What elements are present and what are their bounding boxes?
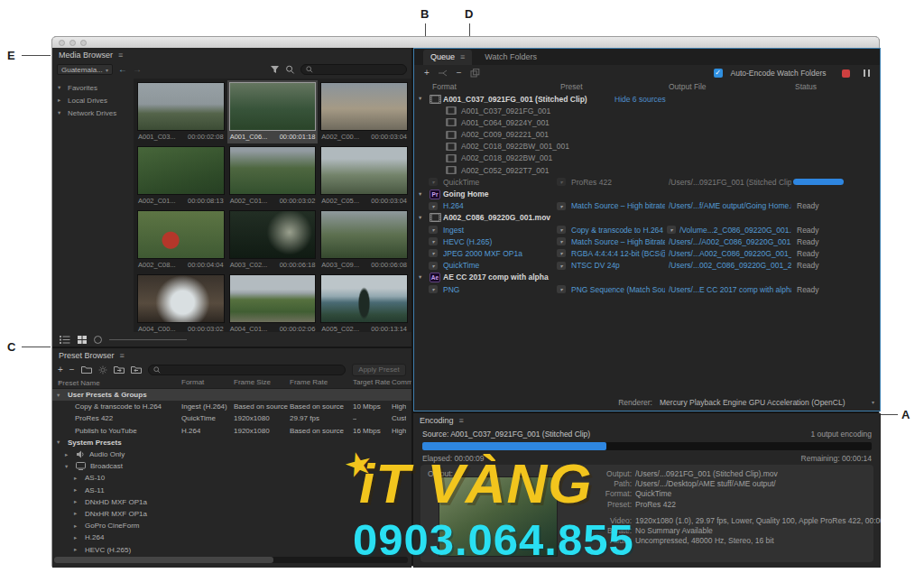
output-preset[interactable]: RGBA 4:4:4:4 12-bit (BCS@L5) (571, 249, 665, 258)
clip-cell[interactable]: A004_C00...00:00:03:02 (135, 273, 226, 336)
clip-cell[interactable]: A003_C09...00:00:06:08 (319, 208, 410, 272)
output-file[interactable]: /Users/...A002_C086_09220G_001_1.mxf (669, 249, 791, 258)
preset-dropdown[interactable]: ▾ (557, 249, 566, 257)
add-output-icon[interactable] (438, 69, 448, 78)
output-file[interactable]: /Users/.../A002_C086_09220G_001.mp4 (669, 237, 791, 246)
preset-dropdown[interactable]: ▾ (557, 178, 566, 186)
duplicate-icon[interactable] (470, 69, 480, 78)
export-preset-icon[interactable] (131, 365, 142, 374)
clip-cell[interactable]: A002_C08...00:00:04:04 (135, 208, 226, 272)
add-source-icon[interactable]: + (424, 69, 430, 78)
preset-tree-item[interactable]: ▸ H.264 (52, 531, 411, 543)
queue-source-row[interactable]: A002_C018_0922BW_001_001 (414, 141, 880, 152)
output-preset[interactable]: Match Source – High Bitrate (571, 237, 665, 246)
panel-menu-icon[interactable]: ≡ (118, 51, 123, 60)
preset-row[interactable]: Publish to YouTube H.264 1920x1080 Based… (52, 425, 411, 437)
remove-preset-icon[interactable]: − (69, 365, 75, 374)
queue-output-row[interactable]: ▾ QuickTime ▾ NTSC DV 24p /Users/...002_… (414, 260, 880, 272)
preset-row[interactable]: Copy & transcode to H.264 Ingest (H.264)… (52, 401, 411, 412)
output-preset[interactable]: Copy & transcode to H.264 (571, 226, 665, 235)
queue-output-row[interactable]: ▾ HEVC (H.265) ▾ Match Source – High Bit… (414, 236, 880, 247)
preset-group-user[interactable]: ▾ User Presets & Groups (52, 389, 411, 401)
output-file[interactable]: /Users/...f/AME output/Going Home.mp4 (669, 201, 791, 210)
zoom-slider-track[interactable] (109, 339, 187, 340)
chevron-down-icon[interactable]: ▾ (419, 214, 421, 221)
preset-group-system[interactable]: ▾ System Presets (52, 437, 411, 448)
filter-icon[interactable] (270, 65, 280, 74)
format-dropdown[interactable]: ▾ (429, 237, 438, 245)
tree-item-network-drives[interactable]: ▾ Network Drives (52, 106, 134, 119)
clip-cell-selected[interactable]: A001_C06...00:00:01:18 (227, 80, 319, 143)
queue-source-row[interactable]: A002_C018_0922BW_001 (414, 152, 880, 164)
tree-item-favorites[interactable]: ▾ Favorites (52, 81, 134, 94)
output-preset[interactable]: PNG Sequence (Match Source) (571, 285, 665, 294)
queue-group-row[interactable]: ▾ Pr Going Home (414, 189, 880, 200)
preset-dropdown[interactable]: ▾ (557, 262, 566, 270)
format-dropdown[interactable]: ▾ (429, 202, 438, 210)
output-format[interactable]: PNG (443, 285, 553, 294)
clip-cell[interactable]: A001_C03...00:00:02:08 (135, 80, 226, 143)
chevron-down-icon[interactable]: ▾ (419, 273, 421, 281)
import-preset-icon[interactable] (114, 365, 125, 374)
scrollbar-thumb[interactable] (54, 557, 273, 563)
thumbnail-view-icon[interactable] (78, 336, 87, 344)
output-format[interactable]: HEVC (H.265) (443, 237, 553, 246)
preset-tree-item[interactable]: ▸ AS-11 (52, 485, 411, 496)
remove-item-icon[interactable]: − (457, 69, 462, 78)
auto-encode-checkbox[interactable]: ✓ (714, 69, 723, 78)
window-close-button[interactable] (59, 40, 65, 46)
preset-tree-item[interactable]: ▸ HEVC (H.265) (52, 543, 411, 555)
clip-cell[interactable]: A004_C01...00:00:02:06 (227, 273, 319, 336)
zoom-slider-knob[interactable] (94, 336, 102, 344)
add-preset-icon[interactable]: + (58, 365, 63, 374)
format-dropdown[interactable]: ▾ (429, 178, 438, 186)
output-preset[interactable]: ProRes 422 (571, 178, 665, 187)
forward-arrow-icon[interactable]: → (133, 65, 142, 74)
preset-tree-item[interactable]: ▸ DNxHR MXF OP1a (52, 508, 411, 520)
hide-sources-link[interactable]: Hide 6 sources (614, 95, 666, 104)
output-preset[interactable]: NTSC DV 24p (571, 261, 665, 270)
preset-search-input[interactable] (148, 365, 346, 375)
window-zoom-button[interactable] (80, 40, 87, 46)
tab-watch-folders[interactable]: Watch Folders (477, 50, 544, 65)
preset-dropdown[interactable]: ▾ (557, 202, 566, 210)
chevron-down-icon[interactable]: ▾ (419, 190, 421, 198)
back-arrow-icon[interactable]: ← (118, 65, 127, 74)
clip-cell[interactable]: A002_C01...00:00:03:02 (227, 144, 319, 208)
queue-output-row[interactable]: ▾ H.264 ▾ Match Source – High bitrate /U… (414, 200, 880, 212)
output-format[interactable]: H.264 (443, 201, 553, 210)
clip-cell[interactable]: A005_C02...00:00:13:14 (319, 273, 410, 336)
panel-menu-icon[interactable]: ≡ (120, 351, 125, 360)
media-search-input[interactable] (300, 64, 407, 75)
file-dropdown[interactable]: ▾ (667, 226, 676, 234)
queue-output-row-encoding[interactable]: ▾ QuickTime ▾ ProRes 422 /Users/...0921F… (414, 176, 880, 188)
clip-cell[interactable]: A002_C01...00:00:08:13 (135, 144, 226, 208)
output-file[interactable]: /Volume...2_C086_09220G_001.mov (679, 226, 791, 235)
preset-tree-broadcast[interactable]: ▾ Broadcast (52, 460, 411, 472)
queue-group-row[interactable]: ▾ A001_C037_0921FG_001 (Stitched Clip) H… (414, 93, 880, 105)
output-preset[interactable]: Match Source – High bitrate (571, 201, 665, 210)
queue-source-row[interactable]: A001_C064_09224Y_001 (414, 116, 880, 128)
horizontal-scrollbar[interactable] (54, 557, 408, 563)
output-format[interactable]: QuickTime (443, 261, 553, 270)
format-dropdown[interactable]: ▾ (429, 285, 438, 293)
clip-cell[interactable]: A003_C02...00:00:06:18 (227, 208, 319, 272)
preset-dropdown[interactable]: ▾ (557, 285, 566, 293)
output-format[interactable]: QuickTime (443, 178, 553, 187)
preset-tree-item[interactable]: ▸ GoPro CineForm (52, 520, 411, 531)
preset-tree-audio-only[interactable]: ▸ Audio Only (52, 448, 411, 460)
queue-output-row[interactable]: ▾ PNG ▾ PNG Sequence (Match Source) /Use… (414, 283, 880, 295)
tree-item-local-drives[interactable]: ▸ Local Drives (52, 94, 134, 106)
tab-queue[interactable]: Queue ≡ (423, 50, 472, 65)
media-source-dropdown[interactable]: Guatemala... ▾ (57, 64, 113, 75)
queue-group-row[interactable]: ▾ Ae AE CC 2017 comp with alpha (414, 272, 880, 283)
queue-output-row[interactable]: ▾ Ingest ▾ Copy & transcode to H.264 ▾ /… (414, 224, 880, 236)
preset-dropdown[interactable]: ▾ (557, 237, 566, 245)
queue-group-row[interactable]: ▾ A002_C086_09220G_001.mov (414, 212, 880, 224)
output-format[interactable]: Ingest (443, 226, 553, 235)
new-group-icon[interactable] (81, 365, 92, 374)
stop-queue-button[interactable] (842, 69, 850, 78)
output-file[interactable]: /Users/...E CC 2017 comp with alpha.png (669, 285, 791, 294)
preset-row[interactable]: ProRes 422 QuickTime 1920x1080 29.97 fps… (52, 412, 411, 424)
chevron-down-icon[interactable]: ▾ (419, 95, 421, 102)
